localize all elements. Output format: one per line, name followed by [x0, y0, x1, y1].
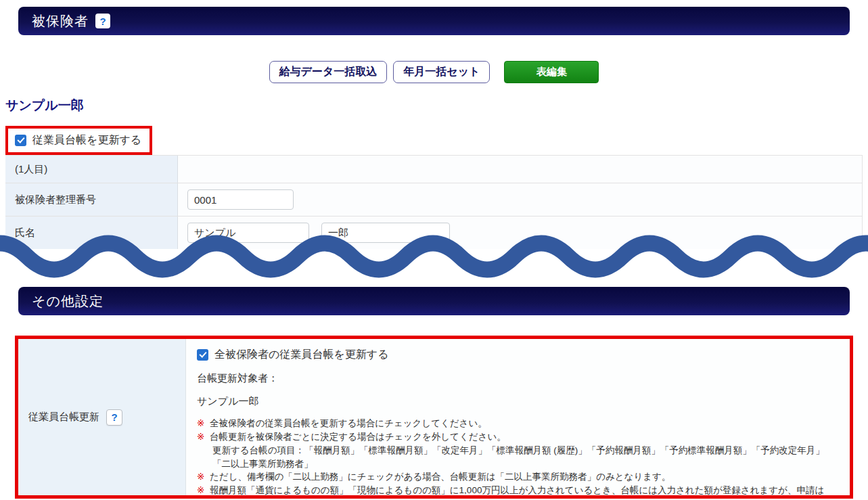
first-name-input[interactable]: [321, 223, 450, 243]
update-all-ledgers-checkbox-label: 全被保険者の従業員台帳を更新する: [214, 348, 389, 362]
target-persons-label: 台帳更新対象者：: [197, 372, 839, 385]
note-text: 台帳更新を被保険者ごとに決定する場合はチェックを外してください。: [210, 432, 506, 442]
row-label: 被保険者整理番号: [5, 183, 178, 216]
other-settings-section-title: その他設定: [32, 292, 104, 311]
row-value: [178, 183, 862, 216]
help-icon[interactable]: ?: [106, 409, 122, 426]
note-marker-icon: ※: [197, 430, 210, 444]
table-row-insured-reference-number: 被保険者整理番号: [5, 183, 862, 217]
salary-data-import-button[interactable]: 給与データ一括取込: [269, 61, 388, 83]
note-item: ※台帳更新を被保険者ごとに決定する場合はチェックを外してください。 更新する台帳…: [197, 430, 839, 471]
ledger-update-setting-highlight-box: 従業員台帳更新 ? 全被保険者の従業員台帳を更新する 台帳更新対象者： サンプル…: [15, 336, 853, 499]
row-label: 氏名: [5, 217, 178, 249]
note-marker-icon: ※: [197, 417, 210, 430]
insured-info-table: (1人目) 被保険者整理番号 氏名: [5, 155, 863, 249]
note-item: ※報酬月額「通貨によるものの額」「現物によるものの額」に1,000万円以上が入力…: [197, 484, 839, 500]
row-label: (1人目): [5, 156, 178, 183]
table-edit-button[interactable]: 表編集: [504, 61, 599, 83]
toolbar: 給与データ一括取込 年月一括セット 表編集: [0, 61, 868, 83]
ledger-update-setting-label-cell: 従業員台帳更新 ?: [18, 339, 186, 495]
last-name-input[interactable]: [187, 223, 309, 243]
note-item: ※全被保険者の従業員台帳を更新する場合にチェックしてください。: [197, 417, 839, 430]
insured-reference-number-input[interactable]: [187, 189, 294, 210]
row-value: [178, 156, 862, 183]
ledger-update-highlight-box: 従業員台帳を更新する: [5, 126, 152, 155]
ledger-update-setting-content: 全被保険者の従業員台帳を更新する 台帳更新対象者： サンプル一郎 ※全被保険者の…: [186, 339, 850, 495]
person-name-heading: サンプル一郎: [5, 97, 868, 114]
note-text: 報酬月額「通貨によるものの額」「現物によるものの額」に1,000万円以上が入力さ…: [210, 485, 824, 500]
ledger-update-checkbox[interactable]: [15, 135, 26, 146]
help-icon[interactable]: ?: [95, 14, 110, 28]
row-value: [178, 217, 862, 249]
notes-list: ※全被保険者の従業員台帳を更新する場合にチェックしてください。 ※台帳更新を被保…: [197, 417, 839, 500]
insured-section-title: 被保険者: [32, 12, 89, 30]
update-all-checkbox-line: 全被保険者の従業員台帳を更新する: [197, 348, 839, 362]
insured-section-header: 被保険者 ?: [18, 7, 850, 35]
update-all-ledgers-checkbox[interactable]: [197, 349, 208, 361]
note-item: ※ただし、備考欄の「二以上勤務」にチェックがある場合、台帳更新は「二以上事業所勤…: [197, 470, 839, 484]
other-settings-section-header: その他設定: [18, 287, 850, 315]
note-detail-text: 更新する台帳の項目：「報酬月額」「標準報酬月額」「改定年月」「標準報酬月額 (履…: [210, 444, 839, 471]
note-marker-icon: ※: [197, 470, 210, 484]
target-person-name: サンプル一郎: [197, 395, 839, 408]
ledger-update-setting-label: 従業員台帳更新: [28, 411, 99, 424]
table-row-name: 氏名: [5, 217, 862, 249]
note-text: ただし、備考欄の「二以上勤務」にチェックがある場合、台帳更新は「二以上事業所勤務…: [210, 472, 670, 482]
yearmonth-batch-set-button[interactable]: 年月一括セット: [393, 61, 490, 83]
table-row-person-number: (1人目): [5, 156, 862, 183]
ledger-update-checkbox-label: 従業員台帳を更新する: [32, 133, 141, 147]
note-marker-icon: ※: [197, 484, 210, 497]
note-text: 全被保険者の従業員台帳を更新する場合にチェックしてください。: [210, 418, 487, 428]
